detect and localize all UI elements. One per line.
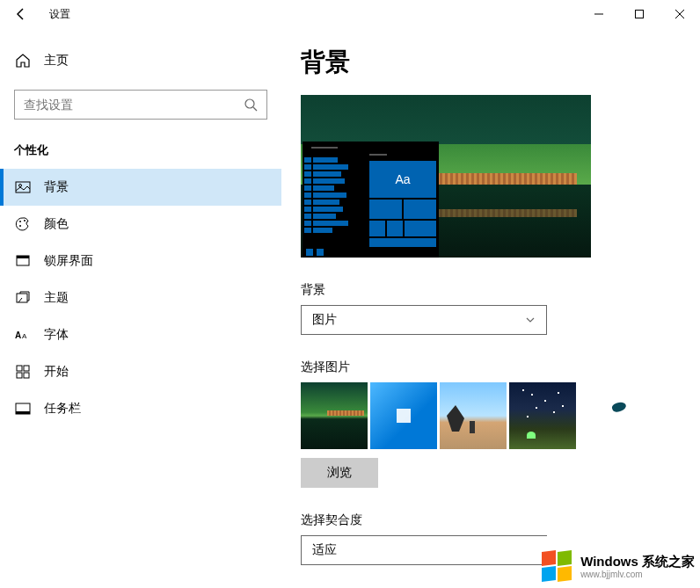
start-menu-preview: Aa: [303, 142, 439, 258]
dropdown-value: 图片: [312, 312, 337, 328]
chevron-down-icon: [525, 315, 536, 325]
wallpaper-thumb-4[interactable]: [509, 382, 576, 449]
background-type-dropdown[interactable]: 图片: [301, 305, 547, 335]
svg-point-5: [19, 185, 22, 187]
sidebar-item-label: 任务栏: [44, 401, 81, 417]
home-label: 主页: [44, 53, 69, 69]
svg-rect-16: [17, 373, 22, 378]
wallpaper-thumb-3[interactable]: [440, 382, 507, 449]
minimize-button[interactable]: [579, 0, 619, 28]
maximize-icon: [635, 10, 644, 18]
svg-rect-15: [24, 366, 29, 371]
font-icon: AA: [14, 329, 32, 341]
sidebar-item-lockscreen[interactable]: 锁屏界面: [0, 243, 281, 279]
theme-icon: [14, 290, 32, 306]
window-title: 设置: [49, 7, 70, 22]
sidebar-item-label: 字体: [44, 327, 69, 343]
svg-point-7: [19, 225, 21, 227]
sidebar-item-themes[interactable]: 主题: [0, 279, 281, 316]
watermark: Windows 系统之家 www.bjjmlv.com: [542, 551, 695, 583]
image-thumbnails: [301, 382, 700, 449]
lockscreen-icon: [14, 253, 32, 269]
palette-icon: [14, 216, 32, 232]
search-input[interactable]: [24, 98, 244, 112]
windows-logo-icon: [542, 551, 573, 583]
sidebar-item-taskbar[interactable]: 任务栏: [0, 390, 281, 427]
taskbar-icon: [14, 401, 32, 417]
close-button[interactable]: [660, 0, 700, 28]
svg-point-2: [245, 99, 254, 108]
browse-button[interactable]: 浏览: [301, 458, 378, 488]
maximize-button[interactable]: [619, 0, 660, 28]
section-title: 个性化: [14, 142, 267, 158]
fit-dropdown[interactable]: 适应: [301, 535, 547, 565]
wallpaper-thumb-2[interactable]: [370, 382, 437, 449]
sidebar-item-colors[interactable]: 颜色: [0, 206, 281, 243]
svg-rect-1: [636, 11, 644, 18]
svg-text:A: A: [22, 332, 27, 340]
sidebar-item-start[interactable]: 开始: [0, 353, 281, 390]
svg-point-6: [19, 221, 21, 222]
watermark-url: www.bjjmlv.com: [580, 570, 695, 580]
background-type-label: 背景: [301, 282, 700, 298]
sidebar-item-label: 颜色: [44, 216, 69, 232]
wallpaper-thumb-5[interactable]: [579, 382, 645, 449]
home-nav[interactable]: 主页: [0, 44, 281, 77]
svg-rect-19: [16, 411, 30, 414]
search-icon: [244, 98, 258, 112]
sample-text-tile: Aa: [369, 161, 436, 198]
sidebar: 主页 个性化 背景 颜色 锁屏界面 主题 AA 字体: [0, 28, 281, 588]
minimize-icon: [594, 10, 603, 18]
svg-rect-14: [17, 366, 22, 371]
wallpaper-thumb-1[interactable]: [301, 382, 368, 449]
content-area: 背景: [281, 28, 700, 588]
choose-image-label: 选择图片: [301, 359, 700, 375]
sidebar-item-fonts[interactable]: AA 字体: [0, 316, 281, 353]
svg-rect-10: [17, 256, 29, 258]
svg-rect-17: [24, 373, 29, 378]
dropdown-value: 适应: [312, 542, 337, 558]
start-icon: [14, 364, 32, 380]
sidebar-item-background[interactable]: 背景: [0, 169, 281, 206]
close-icon: [675, 10, 684, 18]
sidebar-item-label: 开始: [44, 364, 69, 380]
home-icon: [14, 53, 32, 69]
sidebar-item-label: 锁屏界面: [44, 253, 93, 269]
picture-icon: [14, 179, 32, 195]
sidebar-item-label: 主题: [44, 290, 69, 306]
fit-label: 选择契合度: [301, 512, 700, 528]
svg-point-8: [24, 220, 26, 221]
search-box[interactable]: [14, 90, 267, 120]
arrow-left-icon: [14, 7, 28, 21]
page-title: 背景: [301, 46, 700, 79]
watermark-title: Windows 系统之家: [580, 554, 695, 570]
desktop-preview: Aa: [301, 95, 591, 258]
svg-text:A: A: [15, 330, 21, 340]
svg-line-3: [253, 107, 257, 111]
back-button[interactable]: [0, 0, 42, 28]
sidebar-item-label: 背景: [44, 179, 69, 195]
